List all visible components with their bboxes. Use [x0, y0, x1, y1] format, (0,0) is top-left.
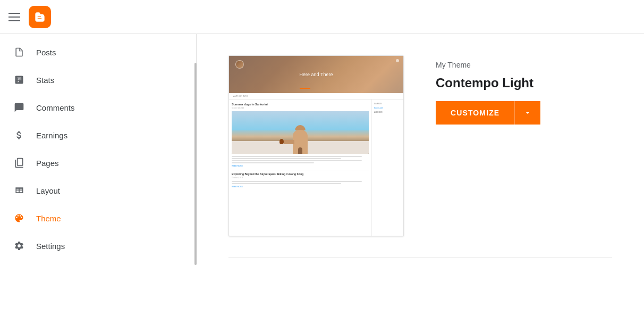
settings-icon [13, 239, 26, 252]
blog-nav: AUTHOR INFO [229, 93, 403, 100]
sidebar-stats-label: Stats [36, 76, 54, 85]
blog-header-underline [300, 88, 310, 89]
sidebar-earnings-label: Earnings [36, 131, 67, 140]
theme-info-panel: My Theme Contempo Light CUSTOMIZE [436, 55, 540, 125]
blog-sidebar-label: LABELS [374, 103, 401, 105]
blog-body: Summer days in Santorini October 14, 201… [229, 100, 403, 236]
blog-preview-inner: Here and There AUTHOR INFO [229, 56, 403, 236]
blog-post2-title: Exploring Beyond the Skyscrapers: Hiking… [232, 170, 369, 176]
sidebar-comments-label: Comments [36, 103, 75, 112]
blog-read-more-2: READ MORE [232, 186, 369, 188]
text-line-6 [232, 183, 341, 184]
sidebar-item-pages[interactable]: Pages [0, 149, 196, 177]
sidebar-item-stats[interactable]: Stats [0, 66, 196, 94]
app-header [0, 0, 644, 34]
customize-button[interactable]: CUSTOMIZE [436, 101, 515, 125]
main-content: Here and There AUTHOR INFO [197, 34, 644, 323]
blog-post2-date: October 5, 2016 [232, 177, 369, 179]
layout-icon [13, 184, 26, 197]
text-line-3 [232, 160, 362, 161]
blog-preview-header: Here and There [229, 56, 403, 93]
sidebar-pages-label: Pages [36, 159, 59, 168]
blog-sidebar-archive: ARCHIVE [374, 111, 401, 113]
blog-nav-item-1: AUTHOR INFO [233, 95, 248, 97]
earnings-icon [13, 129, 26, 142]
blog-avatar [235, 60, 244, 69]
sidebar-settings-label: Settings [36, 242, 65, 251]
sidebar-theme-label: Theme [36, 214, 61, 223]
theme-name: Contempo Light [436, 76, 540, 90]
sidebar-scrollbar-thumb [194, 63, 197, 265]
theme-preview: Here and There AUTHOR INFO [228, 55, 404, 236]
blogger-logo-icon [33, 10, 47, 24]
customize-button-group: CUSTOMIZE [436, 101, 540, 125]
theme-section: Here and There AUTHOR INFO [228, 55, 612, 236]
building-body [293, 130, 308, 154]
comments-icon [13, 101, 26, 114]
sidebar-wrapper: Posts Stats Comments Ea [0, 34, 197, 323]
text-line-1 [232, 156, 362, 157]
main-layout: Posts Stats Comments Ea [0, 34, 644, 323]
sidebar-item-posts[interactable]: Posts [0, 38, 196, 66]
text-line-2 [232, 158, 341, 159]
sidebar-item-settings[interactable]: Settings [0, 232, 196, 260]
sidebar-item-earnings[interactable]: Earnings [0, 121, 196, 149]
sidebar-layout-label: Layout [36, 186, 60, 195]
section-divider [228, 258, 612, 258]
building-door [298, 147, 302, 154]
sidebar-nav: Posts Stats Comments Ea [0, 34, 197, 264]
blog-header-title: Here and There [300, 72, 333, 77]
posts-icon [13, 46, 26, 59]
sidebar-scrollbar-track [193, 34, 197, 323]
stats-icon [13, 73, 26, 86]
text-line-4 [232, 162, 314, 163]
blog-post1-date: October 14, 2016 [232, 107, 369, 109]
menu-button[interactable] [9, 13, 20, 21]
sidebar-item-layout[interactable]: Layout [0, 177, 196, 204]
blog-sidebar-content: LABELS Export Label ARCHIVE [371, 100, 403, 236]
customize-dropdown-button[interactable] [515, 101, 540, 125]
pages-icon [13, 156, 26, 169]
blog-header-dot [396, 59, 399, 62]
chevron-down-icon [523, 109, 532, 117]
blog-sidebar-export: Export Label [374, 107, 401, 109]
blog-post1-image [232, 111, 369, 154]
sidebar-item-comments[interactable]: Comments [0, 94, 196, 121]
my-theme-label: My Theme [436, 61, 540, 69]
sidebar-item-theme[interactable]: Theme [0, 204, 196, 232]
blog-read-more-1: READ MORE [232, 165, 369, 167]
text-line-5 [232, 181, 362, 182]
blogger-logo [29, 6, 51, 28]
sidebar-posts-label: Posts [36, 48, 56, 57]
railing [284, 140, 294, 144]
blog-post1-title: Summer days in Santorini [232, 103, 369, 106]
blog-main-content: Summer days in Santorini October 14, 201… [229, 100, 371, 236]
theme-icon [13, 212, 26, 225]
